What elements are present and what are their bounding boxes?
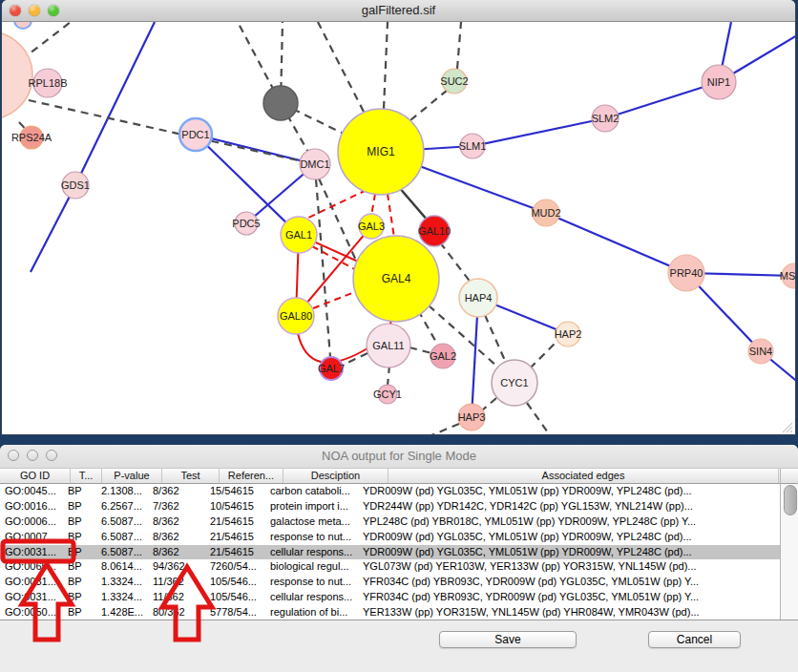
graph-edge[interactable] <box>605 82 719 118</box>
graph-edge[interactable] <box>388 194 394 238</box>
cell: 5778/54... <box>204 605 262 620</box>
cell: cellular respons... <box>262 545 360 560</box>
graph-edge[interactable] <box>472 118 605 146</box>
graph-edge[interactable] <box>31 185 75 272</box>
graph-edge[interactable] <box>384 22 388 109</box>
graph-edge[interactable] <box>530 340 558 368</box>
graph-edge[interactable] <box>398 186 428 220</box>
graph-edge[interactable] <box>196 135 315 164</box>
cell: 11/362 <box>150 590 204 605</box>
graph-edge[interactable] <box>371 194 375 216</box>
cell: 6.2567... <box>95 499 150 514</box>
column-header-test[interactable]: Test <box>162 469 220 483</box>
graph-node-gray[interactable] <box>263 86 298 120</box>
cell: YGL073W (pd) YER103W, YER133W (pp) YOR31… <box>360 559 747 575</box>
cell: 8/362 <box>150 484 204 499</box>
cell: 94/362 <box>150 559 204 575</box>
resize-grip[interactable] <box>781 421 792 432</box>
noa-window-titlebar[interactable]: NOA output for Single Mode <box>0 445 798 469</box>
graph-edge[interactable] <box>527 403 550 434</box>
table-row[interactable]: GO:0031...BP1.3324...11/362105/546...cel… <box>0 590 780 605</box>
cell: GO:0050... <box>0 605 66 620</box>
graph-edge[interactable] <box>482 398 496 410</box>
cell: carbon cataboli... <box>262 484 360 499</box>
cell: YER133W (pp) YOR315W, YNL145W (pd) YHR08… <box>360 605 747 620</box>
graph-edge[interactable] <box>318 22 364 112</box>
node-label-GDS1: GDS1 <box>61 179 90 191</box>
graph-edge[interactable] <box>410 347 431 353</box>
cell: GO:0016... <box>0 499 66 514</box>
column-header-associated-edges[interactable]: Associated edges <box>388 469 779 483</box>
table-row[interactable]: GO:0045...BP2.1308...8/36215/54615carbon… <box>0 484 780 499</box>
cell: GO:0045... <box>0 484 66 499</box>
table-row[interactable]: GO:0031...BP1.3324...11/362105/546...res… <box>0 575 780 590</box>
column-header-go-id[interactable]: GO ID <box>0 469 71 483</box>
node-label-GAL1: GAL1 <box>285 229 312 241</box>
graph-edge[interactable] <box>410 90 448 120</box>
cell: GO:0031... <box>0 590 66 605</box>
node-label-MUD2: MUD2 <box>531 207 560 219</box>
node-label-DMC1: DMC1 <box>300 158 329 170</box>
cell: 80/362 <box>150 605 204 620</box>
graph-edge[interactable] <box>316 179 330 357</box>
graph-node-bigpink[interactable] <box>2 32 32 119</box>
dialog-buttons: Save Cancel <box>0 620 798 672</box>
graph-edge[interactable] <box>313 291 357 308</box>
cell: 11/362 <box>150 575 204 590</box>
cell: YDR009W (pd) YGL035C, YML051W (pp) YDR00… <box>360 484 747 499</box>
cell: 1.428E... <box>95 605 150 620</box>
cell: 1.3324... <box>95 575 150 590</box>
table-row[interactable]: GO:0007...BP6.5087...8/36221/54615respon… <box>0 530 780 545</box>
graph-edge[interactable] <box>440 242 472 284</box>
node-label-NIP1: NIP1 <box>707 76 730 88</box>
save-button[interactable]: Save <box>439 631 577 648</box>
cell: 8/362 <box>150 530 204 545</box>
graph-edge[interactable] <box>418 310 438 346</box>
graph-window-title: galFiltered.sif <box>2 3 795 17</box>
node-label-SLM2: SLM2 <box>592 113 620 124</box>
column-header-referen-[interactable]: Referen... <box>220 469 284 483</box>
cancel-button[interactable]: Cancel <box>648 631 741 648</box>
graph-node-tiny[interactable] <box>14 22 32 29</box>
network-canvas[interactable]: RPL18BRPS24AGDS1PDC1DMC1MIG1SUC2SLM1SLM2… <box>2 22 795 434</box>
cell: 21/54615 <box>204 545 262 560</box>
cell: 6.5087... <box>95 545 150 560</box>
table-row[interactable]: GO:0050...BP1.428E...80/3625778/54...reg… <box>0 605 780 620</box>
vertical-scrollbar[interactable] <box>780 469 798 620</box>
graph-edge[interactable] <box>431 424 459 434</box>
node-label-GAL80: GAL80 <box>280 310 312 322</box>
cell: protein import i... <box>262 499 360 514</box>
cell: BP <box>66 605 95 620</box>
cell: 2.1308... <box>95 484 150 499</box>
column-header-p-value[interactable]: P-value <box>102 469 162 483</box>
cell: 8/362 <box>150 514 204 530</box>
scrollbar-thumb[interactable] <box>784 485 797 515</box>
column-header-desciption[interactable]: Desciption <box>284 469 388 483</box>
cell: 21/54615 <box>204 514 262 530</box>
cell: response to nut... <box>262 575 360 590</box>
table-row[interactable]: GO:0031...BP6.5087...8/36221/54615cellul… <box>0 545 780 560</box>
node-label-GAL11: GAL11 <box>372 340 404 351</box>
table-row[interactable]: GO:0065...BP8.0614...94/3627260/54...bio… <box>0 559 780 575</box>
graph-edge[interactable] <box>75 22 155 185</box>
table-row[interactable]: GO:0006...BP6.5087...8/36221/54615galact… <box>0 514 780 530</box>
column-header-t-[interactable]: T... <box>71 469 102 483</box>
graph-edge[interactable] <box>485 315 506 363</box>
table-row[interactable]: GO:0016...BP6.2567...7/36210/54615protei… <box>0 499 780 514</box>
node-label-GAL4: GAL4 <box>382 272 411 285</box>
node-label-HAP2: HAP2 <box>555 328 582 340</box>
node-label-RPL18B: RPL18B <box>29 77 68 89</box>
cell: BP <box>66 484 95 499</box>
graph-edge[interactable] <box>546 213 686 273</box>
cell: biological regul... <box>262 559 360 575</box>
cell: 105/546... <box>204 590 262 605</box>
graph-edge[interactable] <box>457 22 461 69</box>
graph-edge[interactable] <box>388 366 389 386</box>
graph-edge[interactable] <box>303 190 367 220</box>
cell: GO:0007... <box>0 530 66 545</box>
cell: BP <box>66 590 95 605</box>
cell: YDR009W (pd) YGL035C, YML051W (pp) YDR00… <box>360 530 747 545</box>
graph-window-titlebar[interactable]: galFiltered.sif <box>2 0 795 22</box>
node-label-CYC1: CYC1 <box>500 377 528 388</box>
cell: cellular respons... <box>262 590 360 605</box>
